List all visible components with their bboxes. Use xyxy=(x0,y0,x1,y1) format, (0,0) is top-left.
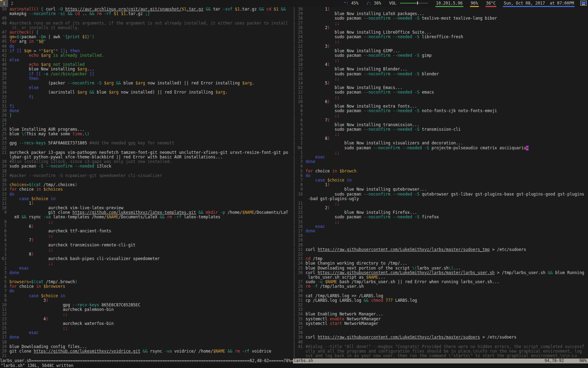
line-number: 2 xyxy=(2,247,7,252)
code-text: blue Now installing qutebrowser... xyxy=(306,187,588,192)
line-number: 26 xyxy=(298,26,303,30)
code-row: 11 ;; xyxy=(295,95,588,100)
code-row: 15 ;; xyxy=(295,76,588,81)
systray-monitor-icon[interactable] xyxy=(580,1,587,6)
code-row: 38 xyxy=(295,330,588,335)
code-row: 30done xyxy=(0,109,293,113)
line-number: 94 xyxy=(298,146,303,150)
code-row: 12 case $choice in xyxy=(0,197,293,201)
clock-module: Sun, Oct 08, 2017 at 07:00PM xyxy=(503,0,575,7)
line-number: 21 xyxy=(298,247,303,252)
line-number: 50 xyxy=(2,7,7,12)
code-row: 3 ;; xyxy=(295,132,588,136)
code-text: esac xyxy=(306,224,588,229)
code-text: echo $arg is already installed. xyxy=(9,53,293,58)
line-number: 39 xyxy=(298,335,303,340)
line-number: 7 xyxy=(298,113,303,118)
code-row: 37 xyxy=(295,326,588,330)
code-row: 4 xyxy=(295,164,588,169)
editor-window-left[interactable]: 50aurinstall() { curl -O https://aur.arc… xyxy=(0,7,293,359)
code-text: ;; xyxy=(306,113,588,118)
code-text: sudo pacman --noconfirm --needed -S proj… xyxy=(306,146,588,150)
line-number xyxy=(298,354,303,358)
code-row: 11 aurcheck palemoon-bin xyxy=(0,307,293,312)
line-number: 21 xyxy=(2,150,7,155)
code-row: 11 ;; xyxy=(295,201,588,206)
workspace-tab-2[interactable]: 2 xyxy=(8,0,16,7)
code-row: 37 then xyxy=(0,76,293,81)
code-row: 50aurinstall() { curl -O https://aur.arc… xyxy=(0,7,293,12)
line-number: 40 xyxy=(298,340,303,345)
code-text xyxy=(306,330,588,335)
code-text: #aurcheck runs on each of its arguments,… xyxy=(9,21,293,26)
code-text xyxy=(9,178,293,183)
code-row: lybar-git python-pywal xfce-theme-blackb… xyxy=(0,155,293,159)
code-row: larbs_user.sh script as $NAME... xyxy=(295,275,588,280)
code-text: for choice in $browch xyxy=(306,169,588,173)
code-text: curl https://raw.githubusercontent.com/L… xyxy=(306,271,588,275)
line-number: 8 xyxy=(2,220,7,224)
line-number: 48 xyxy=(2,21,7,26)
code-text: blue Downloading config files... xyxy=(9,345,293,349)
code-text: #dialog --title "All done!" --msgbox "Co… xyxy=(306,345,588,349)
code-row: 46qm=$(pacman -Qm | awk '{print $1}') xyxy=(0,35,293,39)
code-text: curl https://raw.githubusercontent.com/L… xyxy=(306,335,588,340)
code-text: 1) xyxy=(306,183,588,187)
code-text: blue Installing AUR programs... xyxy=(9,127,293,132)
code-row: 20 sudo pacman --noconfirm --needed -S g… xyxy=(295,53,588,58)
code-text: case $choice in xyxy=(306,178,588,183)
line-number: 44 xyxy=(2,44,7,49)
code-text: sudo pacman --noconfirm --needed -S blen… xyxy=(306,72,588,76)
code-text xyxy=(9,118,293,123)
disk-module: /: 36% xyxy=(366,0,382,7)
volume-slider-handle[interactable] xyxy=(417,1,418,5)
code-text: esac xyxy=(306,155,588,159)
code-row: 12 sudo pacman --noconfirm --needed -S e… xyxy=(295,90,588,95)
line-number: 25 xyxy=(298,266,303,271)
ip-address: 10.201.5.96 xyxy=(436,1,463,6)
code-text: esac xyxy=(9,330,293,335)
code-row: 16 sudo pacman --noconfirm --needed -S b… xyxy=(295,72,588,76)
code-row: 14 5) xyxy=(295,81,588,86)
workspace-tab-1[interactable]: 1 xyxy=(0,0,8,7)
code-row: 25 blue Now installing LibreOffice Suite… xyxy=(295,30,588,35)
volume-slider[interactable] xyxy=(400,1,428,5)
line-number: 9 xyxy=(2,210,7,215)
code-text: do xyxy=(9,44,293,49)
line-number: 14 xyxy=(2,321,7,326)
code-text: sudo pacman --noconfirm --needed -S texl… xyxy=(306,16,588,21)
line-number: 29 xyxy=(2,113,7,118)
code-text: blue Now installing GIMP... xyxy=(306,49,588,53)
line-number: 20 xyxy=(298,243,303,247)
code-text: aurcheck ttf-ancient-fonts xyxy=(9,229,293,233)
code-row: 20git clone https://github.com/lukesmith… xyxy=(0,349,293,354)
line-number xyxy=(2,215,7,219)
code-text: 2) xyxy=(306,206,588,210)
workspace-label: 2 xyxy=(11,1,13,6)
code-text: systemctl start NetworkManager xyxy=(306,321,588,326)
line-number: 19 xyxy=(2,345,7,349)
code-row: 16 esac xyxy=(0,330,293,335)
code-text: aurcheck transmission-remote-cli-git xyxy=(9,243,293,247)
code-text: systemctl enable NetworkManager xyxy=(306,317,588,321)
code-row: 3done xyxy=(295,159,588,164)
code-text xyxy=(306,307,588,312)
code-row: 27 xyxy=(0,123,293,127)
editor-window-right[interactable]: 30 1)29 blue Now installing LaTeX packag… xyxy=(295,7,588,359)
code-row: 33 fi xyxy=(0,95,293,100)
code-text: ;; xyxy=(306,95,588,100)
code-text: (aurinstall $arg && blue $arg now instal… xyxy=(9,90,293,95)
code-text: fi xyxy=(9,95,293,100)
code-row: 16 xyxy=(0,178,293,183)
line-number: 28 xyxy=(298,16,303,21)
code-text: done xyxy=(306,159,588,164)
code-row: 6do xyxy=(295,173,588,178)
code-text: sudo pacman --noconfirm --needed -S noto… xyxy=(306,109,588,113)
code-text: 4) xyxy=(9,317,293,321)
vim-command-line: "larbs.sh" 136L, 5648C written xyxy=(1,363,74,368)
code-row: 33 xyxy=(295,307,588,312)
window-split-divider[interactable]: | | | | | | | | | | | | | | | | | | | | … xyxy=(293,7,295,363)
code-text: 4) xyxy=(306,62,588,67)
code-row: -bad gst-plugins-ugly xyxy=(295,197,588,201)
code-row: 17done xyxy=(295,229,588,233)
